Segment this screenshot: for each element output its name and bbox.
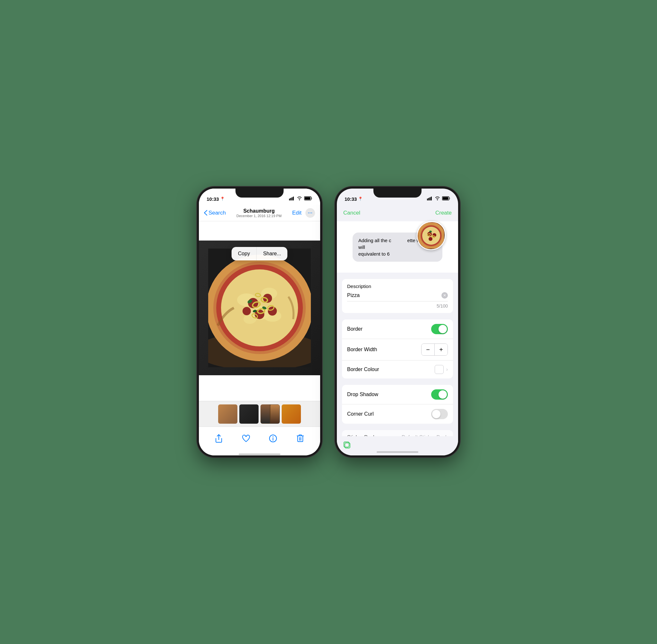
border-label: Border: [347, 326, 363, 332]
thumbnail-1[interactable]: [218, 405, 237, 424]
nav-title-sub-1: December 1, 2016 12:19 PM: [236, 214, 282, 218]
border-colour-swatch-row: ›: [435, 365, 448, 374]
stepper-plus-button[interactable]: +: [435, 344, 448, 355]
photo-main[interactable]: Copy Share...: [199, 240, 320, 375]
edit-button-1[interactable]: Edit: [292, 210, 301, 216]
phone-2-screen: 10:33 📍 Cancel Crea: [337, 189, 458, 455]
bottom-toolbar-1: [199, 427, 320, 450]
description-clear-button[interactable]: ✕: [441, 292, 448, 299]
gap-1: [337, 273, 458, 279]
heart-button[interactable]: [240, 432, 252, 445]
thumbnail-4[interactable]: [282, 405, 301, 424]
svg-rect-41: [431, 197, 432, 201]
sticker-overlay[interactable]: [417, 221, 446, 250]
svg-rect-6: [312, 198, 313, 199]
drop-shadow-toggle[interactable]: [431, 389, 448, 399]
border-colour-label: Border Colour: [347, 367, 379, 372]
description-count: 5/100: [347, 303, 448, 308]
undo-button[interactable]: [343, 441, 351, 451]
more-button-1[interactable]: ···: [305, 208, 315, 218]
border-colour-chevron: ›: [446, 367, 448, 372]
signal-icon-2: [427, 196, 433, 202]
svg-point-22: [243, 307, 251, 315]
svg-rect-7: [305, 197, 311, 200]
corner-curl-label: Corner Curl: [347, 411, 374, 417]
drop-shadow-label: Drop Shadow: [347, 392, 378, 397]
phone-1: 10:33 📍: [197, 187, 322, 457]
trash-button[interactable]: [294, 432, 307, 445]
description-section: Description ✕ 5/100: [342, 279, 453, 313]
svg-point-4: [299, 200, 300, 201]
thumbnail-3[interactable]: [260, 405, 280, 424]
svg-rect-38: [427, 199, 428, 201]
thumbnail-2[interactable]: [239, 405, 258, 424]
corner-curl-toggle-knob: [432, 410, 440, 418]
border-section: Border Border Width − + Border Colour: [342, 319, 453, 378]
status-bar-1: 10:33 📍: [199, 189, 320, 205]
svg-point-17: [244, 314, 256, 324]
svg-rect-3: [293, 197, 294, 201]
svg-point-35: [273, 436, 274, 437]
svg-rect-39: [428, 198, 429, 201]
svg-point-52: [429, 237, 432, 241]
svg-rect-1: [290, 198, 291, 201]
photo-bottom-space: [199, 375, 320, 401]
signal-icon-1: [289, 196, 295, 202]
corner-curl-toggle[interactable]: [431, 409, 448, 419]
nav-bar-1: Search Schaumburg December 1, 2016 12:19…: [199, 205, 320, 221]
wifi-icon-2: [435, 196, 440, 202]
nav-title-main-1: Schaumburg: [236, 208, 282, 214]
sticker-preview: Adding all the c ette wheel willequivale…: [337, 221, 458, 273]
svg-rect-0: [289, 199, 290, 201]
home-bar-1: [239, 454, 280, 455]
copy-menu-item[interactable]: Copy: [232, 247, 257, 260]
home-indicator-1: [199, 450, 320, 455]
svg-rect-2: [292, 197, 293, 201]
nav-title-1: Schaumburg December 1, 2016 12:19 PM: [236, 208, 282, 218]
status-bar-2: 10:33 📍: [337, 189, 458, 205]
back-button-1[interactable]: Search: [204, 210, 226, 216]
description-input[interactable]: [347, 293, 441, 298]
drop-shadow-toggle-knob: [438, 390, 447, 399]
location-icon-2: 📍: [358, 197, 363, 201]
share-button[interactable]: [212, 432, 225, 445]
context-menu: Copy Share...: [232, 247, 288, 260]
pizza-image: [199, 240, 320, 375]
svg-point-48: [422, 227, 440, 245]
svg-point-23: [268, 306, 277, 316]
effects-section: Drop Shadow Corner Curl: [342, 385, 453, 424]
status-icons-2: [427, 196, 450, 202]
description-input-row: ✕: [347, 292, 448, 301]
border-toggle[interactable]: [431, 324, 448, 334]
location-icon-1: 📍: [220, 197, 225, 201]
svg-point-42: [437, 200, 438, 201]
border-colour-swatch[interactable]: [435, 365, 444, 374]
svg-rect-40: [430, 197, 431, 201]
status-time-1: 10:33: [207, 196, 219, 202]
corner-curl-row: Corner Curl: [342, 405, 453, 424]
status-icons-1: [289, 196, 313, 202]
create-button[interactable]: Create: [435, 210, 452, 216]
phone2-bottom-bar: [337, 436, 458, 455]
info-button[interactable]: [267, 432, 279, 445]
cancel-button[interactable]: Cancel: [343, 210, 360, 216]
share-menu-item[interactable]: Share...: [257, 247, 288, 260]
battery-icon-1: [304, 196, 313, 202]
nav-actions-1: Edit ···: [292, 208, 315, 218]
svg-rect-45: [443, 197, 449, 200]
border-width-stepper: − +: [421, 344, 448, 356]
svg-rect-44: [449, 198, 450, 199]
border-colour-row[interactable]: Border Colour ›: [342, 361, 453, 378]
status-time-2: 10:33: [344, 196, 357, 202]
border-width-row: Border Width − +: [342, 339, 453, 361]
phone-2: 10:33 📍 Cancel Crea: [335, 187, 460, 457]
stepper-minus-button[interactable]: −: [422, 344, 434, 355]
sticker-pizza-image: [417, 221, 446, 250]
battery-icon-2: [442, 196, 450, 202]
border-width-label: Border Width: [347, 347, 377, 352]
back-label-1: Search: [208, 210, 226, 216]
phone-1-screen: 10:33 📍: [199, 189, 320, 455]
wifi-icon-1: [297, 196, 302, 202]
drop-shadow-row: Drop Shadow: [342, 385, 453, 405]
photo-top-space: [199, 221, 320, 240]
